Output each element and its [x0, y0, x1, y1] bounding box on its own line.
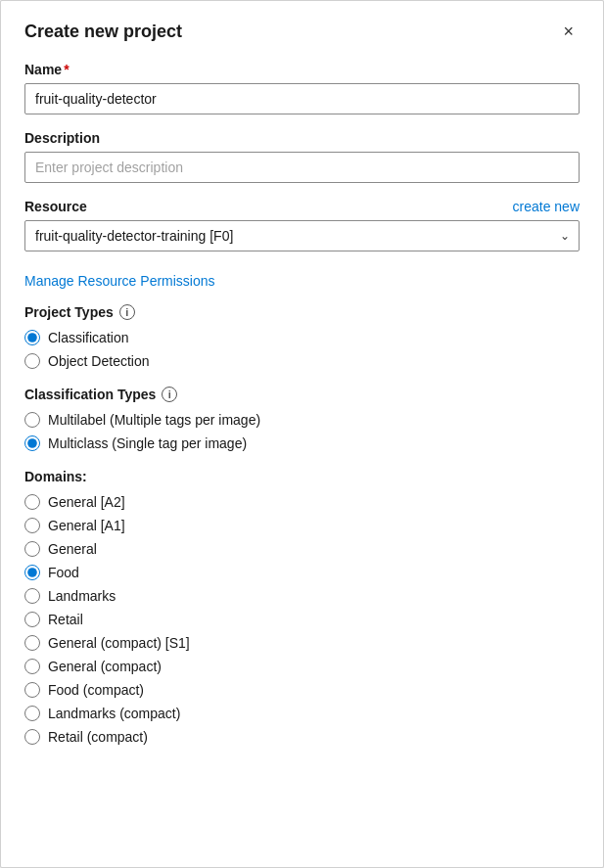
resource-label: Resource — [24, 199, 87, 214]
domain-retail-compact[interactable]: Retail (compact) — [24, 729, 580, 745]
domain-food-label: Food — [48, 565, 79, 580]
domain-food[interactable]: Food — [24, 565, 580, 580]
domain-general-a2[interactable]: General [A2] — [24, 494, 580, 510]
description-field-group: Description — [24, 130, 580, 183]
resource-select[interactable]: fruit-quality-detector-training [F0] — [24, 220, 580, 251]
project-types-section: Project Types i Classification Object De… — [24, 304, 580, 369]
project-type-classification-label: Classification — [48, 330, 128, 345]
domain-food-compact-label: Food (compact) — [48, 682, 144, 698]
domain-general-compact-s1-radio[interactable] — [24, 635, 40, 651]
create-project-dialog: Create new project × Name* Description R… — [0, 0, 604, 868]
domain-food-radio[interactable] — [24, 565, 40, 580]
domain-general-a2-label: General [A2] — [48, 494, 125, 510]
domain-food-compact-radio[interactable] — [24, 682, 40, 698]
project-types-radio-group: Classification Object Detection — [24, 330, 580, 369]
classification-types-title: Classification Types i — [24, 387, 580, 402]
domain-general-compact[interactable]: General (compact) — [24, 659, 580, 674]
domain-landmarks-compact-label: Landmarks (compact) — [48, 706, 180, 721]
classification-type-multiclass-radio[interactable] — [24, 435, 40, 451]
domain-general-label: General — [48, 541, 97, 557]
description-label: Description — [24, 130, 580, 146]
classification-types-radio-group: Multilabel (Multiple tags per image) Mul… — [24, 412, 580, 451]
domain-retail-label: Retail — [48, 612, 83, 627]
classification-types-section: Classification Types i Multilabel (Multi… — [24, 387, 580, 451]
manage-permissions-link[interactable]: Manage Resource Permissions — [24, 273, 215, 289]
domain-general-a2-radio[interactable] — [24, 494, 40, 510]
project-type-object-detection[interactable]: Object Detection — [24, 353, 580, 369]
close-button[interactable]: × — [557, 21, 580, 42]
required-star: * — [64, 62, 69, 77]
name-input[interactable] — [24, 83, 580, 114]
domain-general-compact-radio[interactable] — [24, 659, 40, 674]
domain-retail-compact-label: Retail (compact) — [48, 729, 148, 745]
project-types-title: Project Types i — [24, 304, 580, 320]
resource-field-group: Resource create new fruit-quality-detect… — [24, 199, 580, 251]
description-input[interactable] — [24, 152, 580, 183]
domain-general-radio[interactable] — [24, 541, 40, 557]
classification-types-info-icon[interactable]: i — [162, 387, 177, 402]
resource-row: Resource create new — [24, 199, 580, 214]
classification-type-multilabel-radio[interactable] — [24, 412, 40, 428]
dialog-header: Create new project × — [24, 21, 580, 42]
project-type-classification[interactable]: Classification — [24, 330, 580, 345]
dialog-title: Create new project — [24, 22, 182, 42]
domain-general-compact-s1-label: General (compact) [S1] — [48, 635, 190, 651]
domain-general-compact-label: General (compact) — [48, 659, 162, 674]
classification-type-multilabel-label: Multilabel (Multiple tags per image) — [48, 412, 260, 428]
classification-type-multiclass-label: Multiclass (Single tag per image) — [48, 435, 247, 451]
domain-general-a1-radio[interactable] — [24, 518, 40, 533]
domain-retail-compact-radio[interactable] — [24, 729, 40, 745]
domain-food-compact[interactable]: Food (compact) — [24, 682, 580, 698]
project-type-classification-radio[interactable] — [24, 330, 40, 345]
project-type-object-detection-label: Object Detection — [48, 353, 150, 369]
domain-retail[interactable]: Retail — [24, 612, 580, 627]
domain-retail-radio[interactable] — [24, 612, 40, 627]
create-new-link[interactable]: create new — [513, 199, 580, 214]
domain-landmarks[interactable]: Landmarks — [24, 588, 580, 604]
domain-landmarks-radio[interactable] — [24, 588, 40, 604]
domains-radio-group: General [A2] General [A1] General Food L… — [24, 494, 580, 745]
domains-label: Domains: — [24, 469, 580, 484]
project-type-object-detection-radio[interactable] — [24, 353, 40, 369]
classification-type-multilabel[interactable]: Multilabel (Multiple tags per image) — [24, 412, 580, 428]
domain-general-a1[interactable]: General [A1] — [24, 518, 580, 533]
domain-general[interactable]: General — [24, 541, 580, 557]
name-field-group: Name* — [24, 62, 580, 114]
domains-section: Domains: General [A2] General [A1] Gener… — [24, 469, 580, 745]
name-label: Name* — [24, 62, 580, 77]
domain-general-compact-s1[interactable]: General (compact) [S1] — [24, 635, 580, 651]
domain-general-a1-label: General [A1] — [48, 518, 125, 533]
domain-landmarks-label: Landmarks — [48, 588, 116, 604]
domain-landmarks-compact[interactable]: Landmarks (compact) — [24, 706, 580, 721]
resource-select-wrapper: fruit-quality-detector-training [F0] ⌄ — [24, 220, 580, 251]
domain-landmarks-compact-radio[interactable] — [24, 706, 40, 721]
project-types-info-icon[interactable]: i — [119, 304, 135, 320]
classification-type-multiclass[interactable]: Multiclass (Single tag per image) — [24, 435, 580, 451]
